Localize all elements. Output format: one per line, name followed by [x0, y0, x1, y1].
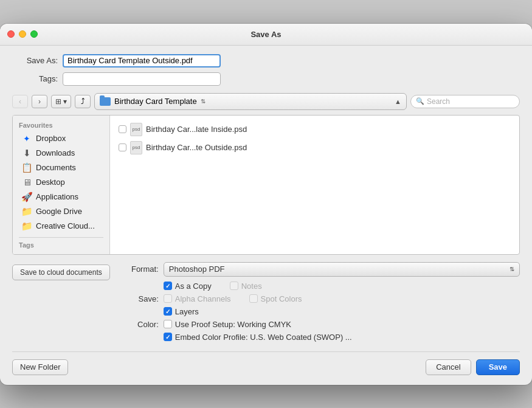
save-label: Save:	[122, 294, 159, 303]
sidebar-item-applications-label: Applications	[36, 192, 78, 201]
desktop-icon: 🖥	[21, 177, 32, 188]
bottom-section: Save to cloud documents Format: Photosho…	[12, 255, 520, 375]
color-label: Color:	[122, 320, 159, 329]
sidebar-item-documents[interactable]: 📋 Documents	[15, 161, 107, 175]
search-box[interactable]: 🔍 Search	[410, 95, 520, 108]
tags-row: Tags:	[12, 72, 520, 86]
dialog-content: Save As: Tags: ‹ › ⊞ ▾ ⤴ Birthday Card T…	[0, 46, 532, 385]
format-dropdown-icon: ⇅	[510, 266, 514, 272]
applications-icon: 🚀	[21, 192, 32, 202]
layers-label: Layers	[175, 307, 199, 316]
favourites-title: Favourites	[13, 122, 109, 131]
new-folder-toolbar-button[interactable]: ⤴	[75, 95, 91, 108]
save-checkboxes-row2: Alpha Channels Spot Colors	[164, 294, 520, 303]
view-icon: ⊞	[55, 97, 61, 106]
bottom-actions: New Folder Cancel Save	[12, 351, 520, 375]
color-row1: Color: Use Proof Setup: Working CMYK	[122, 320, 520, 329]
embed-color-checkbox[interactable]: Embed Color Profile: U.S. Web Coated (SW…	[164, 333, 352, 342]
color-section: Color: Use Proof Setup: Working CMYK Emb…	[122, 320, 520, 342]
save-as-row: Save As:	[12, 54, 520, 67]
sidebar-item-dropbox-label: Dropbox	[36, 134, 66, 143]
google-drive-icon: 📁	[21, 206, 32, 217]
close-button[interactable]	[7, 30, 15, 38]
action-buttons: Cancel Save	[426, 359, 520, 375]
sidebar-separator	[19, 237, 103, 238]
search-placeholder: Search	[427, 97, 450, 106]
save-as-input[interactable]	[63, 54, 221, 67]
tags-title: Tags	[13, 241, 109, 251]
use-proof-cb[interactable]	[164, 320, 172, 328]
save-checkboxes-row1: As a Copy Notes	[164, 282, 520, 291]
file-checkbox-1[interactable]	[119, 143, 126, 151]
main-area: Favourites ✦ Dropbox ⬇ Downloads 📋 Docum…	[12, 115, 520, 255]
save-button[interactable]: Save	[476, 359, 520, 375]
options-row: Save to cloud documents Format: Photosho…	[12, 262, 520, 345]
new-folder-button[interactable]: New Folder	[12, 359, 68, 375]
sidebar-item-documents-label: Documents	[36, 163, 76, 172]
layers-checkbox[interactable]: Layers	[164, 307, 199, 316]
sidebar-item-downloads-label: Downloads	[36, 148, 75, 157]
sidebar-item-creative-cloud-label: Creative Cloud...	[36, 221, 95, 230]
alpha-channels-cb	[164, 294, 172, 303]
as-a-copy-cb[interactable]	[164, 282, 172, 290]
view-button[interactable]: ⊞ ▾	[51, 95, 71, 108]
file-name-0: Birthday Car...late Inside.psd	[146, 125, 247, 134]
file-item-0[interactable]: psd Birthday Car...late Inside.psd	[115, 120, 514, 139]
file-checkbox-0[interactable]	[119, 125, 126, 133]
folder-new-icon: ⤴	[81, 97, 85, 106]
location-selector[interactable]: Birthday Card Template ⇅ ▲	[94, 93, 407, 110]
layers-cb[interactable]	[164, 307, 172, 316]
sidebar-item-google-drive-label: Google Drive	[36, 207, 82, 216]
window-controls	[7, 30, 38, 38]
minimize-button[interactable]	[19, 30, 26, 38]
toolbar: ‹ › ⊞ ▾ ⤴ Birthday Card Template ⇅ ▲ 🔍 S…	[12, 93, 520, 110]
format-select[interactable]: Photoshop PDF ⇅	[164, 262, 520, 277]
file-list: psd Birthday Car...late Inside.psd psd B…	[110, 116, 519, 254]
file-icon-0: psd	[130, 123, 142, 136]
color-row2: Embed Color Profile: U.S. Web Coated (SW…	[122, 333, 520, 342]
format-row: Format: Photoshop PDF ⇅	[122, 262, 520, 277]
options-panel: Format: Photoshop PDF ⇅ Save:	[122, 262, 520, 345]
sidebar-item-downloads[interactable]: ⬇ Downloads	[15, 146, 107, 161]
view-dropdown-icon: ▾	[63, 97, 67, 106]
embed-color-cb[interactable]	[164, 333, 172, 341]
as-a-copy-checkbox[interactable]: As a Copy	[164, 282, 212, 291]
chevron-up-down-icon: ⇅	[201, 98, 206, 105]
creative-cloud-icon: 📁	[21, 221, 32, 232]
sidebar-item-desktop-label: Desktop	[36, 178, 65, 187]
sidebar-item-desktop[interactable]: 🖥 Desktop	[15, 175, 107, 190]
back-button[interactable]: ‹	[12, 95, 28, 108]
embed-color-label: Embed Color Profile: U.S. Web Coated (SW…	[175, 333, 352, 342]
title-bar: Save As	[0, 24, 532, 46]
format-label: Format:	[122, 265, 159, 274]
save-as-dialog: Save As Save As: Tags: ‹ › ⊞ ▾ ⤴	[0, 24, 532, 385]
tags-input[interactable]	[63, 72, 221, 86]
notes-cb	[230, 282, 238, 290]
use-proof-label: Use Proof Setup: Working CMYK	[175, 320, 291, 329]
file-item-1[interactable]: psd Birthday Car...te Outside.psd	[115, 139, 514, 157]
sidebar-item-creative-cloud[interactable]: 📁 Creative Cloud...	[15, 219, 107, 233]
sidebar: Favourites ✦ Dropbox ⬇ Downloads 📋 Docum…	[13, 116, 110, 254]
sidebar-item-applications[interactable]: 🚀 Applications	[15, 190, 107, 204]
maximize-button[interactable]	[30, 30, 38, 38]
file-icon-1: psd	[130, 141, 142, 154]
tags-label: Tags:	[12, 74, 58, 83]
as-a-copy-label: As a Copy	[175, 282, 212, 291]
alpha-channels-label: Alpha Channels	[175, 294, 231, 303]
save-to-cloud-button[interactable]: Save to cloud documents	[12, 265, 110, 280]
file-name-1: Birthday Car...te Outside.psd	[146, 143, 247, 152]
location-folder-icon	[100, 97, 111, 106]
notes-label: Notes	[241, 282, 262, 291]
spot-colors-label: Spot Colors	[261, 294, 302, 303]
dropbox-icon: ✦	[21, 133, 32, 144]
cancel-button[interactable]: Cancel	[426, 359, 471, 375]
sidebar-item-dropbox[interactable]: ✦ Dropbox	[15, 131, 107, 146]
forward-button[interactable]: ›	[32, 95, 47, 108]
sidebar-item-google-drive[interactable]: 📁 Google Drive	[15, 204, 107, 219]
downloads-icon: ⬇	[21, 148, 32, 159]
save-checkboxes: As a Copy Notes Alpha Channe	[164, 282, 520, 316]
save-checkboxes-row3: Layers	[164, 307, 520, 316]
use-proof-checkbox[interactable]: Use Proof Setup: Working CMYK	[164, 320, 291, 329]
format-value: Photoshop PDF	[169, 265, 225, 274]
alpha-channels-checkbox: Alpha Channels	[164, 294, 231, 303]
